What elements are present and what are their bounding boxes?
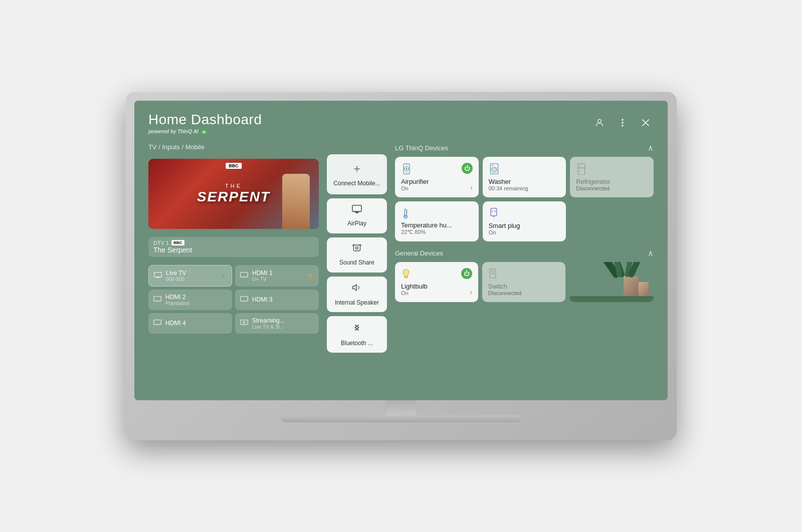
hdmi1-info: HDMI 1 U+ TV [252,270,273,282]
live-tv-info: Live TV 000-000 [166,270,186,282]
svg-rect-40 [491,271,494,274]
tv-bezel: Home Dashboard powered by ThinQ AI AI [125,92,677,441]
left-panel: TV / Inputs / Mobile BBC THE SERPENT [148,143,319,393]
device-card-temp[interactable]: Temperature hu... 22℃ 80% [395,201,479,241]
svg-rect-11 [154,320,161,325]
connect-plus-icon: + [353,162,360,176]
svg-rect-14 [352,205,361,212]
washer-status: 00:34 remaining [489,185,528,191]
svg-rect-15 [353,245,360,251]
lightbulb-arrow-icon: › [470,288,472,296]
show-title-the: THE [197,183,270,189]
refrigerator-icon [576,163,587,177]
temp-status: 22℃ 80% [401,229,452,235]
general-collapse-button[interactable]: ∧ [648,248,654,258]
soundshare-card[interactable]: Sound Share [327,237,387,273]
bluetooth-label: Bluetooth ... [341,340,373,347]
svg-point-31 [404,214,407,217]
smartplug-status: On [489,229,520,235]
connect-mobile-label: Connect Mobile... [333,180,380,187]
show-title: THE SERPENT [197,183,270,205]
airplay-label: AirPlay [347,220,366,227]
lightbulb-power-button[interactable]: ⏻ [461,268,472,279]
input-card-hdmi1[interactable]: HDMI 1 U+ TV 🔒 [235,265,319,287]
lightbulb-status: On [401,290,428,296]
thinq-collapse-button[interactable]: ∧ [648,143,654,153]
lightbulb-card-bottom: Lightbulb On › [401,283,472,296]
hdmi1-name: HDMI 1 [252,270,273,277]
washer-card-bottom: Washer 00:34 remaining [489,178,560,191]
hdmi3-info: HDMI 3 [252,296,273,303]
tv-thumbnail-inner: BBC THE SERPENT [148,159,319,229]
live-tv-icon [154,272,162,280]
svg-point-13 [243,322,245,324]
hdmi3-name: HDMI 3 [252,296,273,303]
show-title-serpent: SERPENT [197,189,270,205]
bbc-logo-top: BBC [226,163,242,169]
channel-name: DTV 1 BBC [153,240,314,246]
general-section: General Devices ∧ [395,248,654,302]
airpurifier-name: Airpurifier [401,178,429,185]
device-card-lightbulb[interactable]: ⏻ Lightbulb On › [395,262,478,302]
airpurifier-info: Airpurifier On [401,178,429,191]
airpurifier-power-button[interactable]: ⏻ [462,163,473,174]
plant-vase-small [639,282,649,296]
general-header: General Devices ∧ [395,248,654,258]
tv-section-label: TV / Inputs / Mobile [148,143,319,151]
svg-marker-17 [353,285,357,291]
svg-point-25 [493,168,495,171]
bluetooth-card[interactable]: Bluetooth ... [327,316,387,353]
lightbulb-card-top: ⏻ [401,268,472,282]
tv-stand [134,400,668,422]
thinq-label: LG ThinQ Devices [395,144,448,152]
header: Home Dashboard powered by ThinQ AI AI [148,112,654,134]
smartplug-info: Smart plug On [489,222,520,235]
airpurifier-card-top: ⏻ [401,163,473,178]
smartplug-icon [489,207,499,220]
device-card-switch[interactable]: Switch Disconnected [482,262,565,302]
hdmi2-info: HDMI 2 Playstation [165,294,190,306]
hdmi1-icon [240,272,248,280]
input-card-hdmi3[interactable]: HDMI 3 [235,290,319,310]
washer-name: Washer [489,178,528,185]
input-card-hdmi2[interactable]: HDMI 2 Playstation [148,290,232,310]
device-card-smartplug[interactable]: Smart plug On [483,201,566,241]
page-title: Home Dashboard [148,112,262,128]
input-card-streaming[interactable]: Streaming... Live TV & St... [235,313,319,334]
device-card-refrigerator[interactable]: Refrigerator Disconnected [570,157,654,197]
tv-outer: Home Dashboard powered by ThinQ AI AI [125,92,677,441]
airplay-card[interactable]: AirPlay [327,198,387,233]
input-card-live-tv[interactable]: Live TV 000-000 ✓ [148,265,232,287]
svg-rect-27 [578,163,585,174]
internal-speaker-card[interactable]: Internal Speaker [327,277,387,312]
switch-name: Switch [488,283,522,290]
account-button[interactable] [591,115,608,131]
device-card-washer[interactable]: Washer 00:34 remaining [483,157,566,197]
temp-card-bottom: Temperature hu... 22℃ 80% [401,221,473,235]
connect-mobile-card[interactable]: + Connect Mobile... [327,154,387,194]
washer-card-top [489,163,560,177]
thinq-header: LG ThinQ Devices ∧ [395,143,654,153]
switch-card-top [488,268,559,281]
airpurifier-card-bottom: Airpurifier On › [401,178,473,191]
refrigerator-card-top [576,163,648,177]
svg-point-1 [622,119,623,120]
soundshare-label: Sound Share [339,259,374,266]
svg-rect-9 [154,297,161,301]
bbc-badge: BBC [171,240,184,245]
right-panel: LG ThinQ Devices ∧ [395,143,654,393]
tv-thumbnail[interactable]: BBC THE SERPENT [148,159,319,229]
device-card-airpurifier[interactable]: ⏻ Airpurifier On › [395,157,479,197]
lightbulb-info: Lightbulb On [401,283,428,296]
close-button[interactable] [638,115,654,131]
hdmi1-sub: U+ TV [252,277,273,282]
airpurifier-icon [401,163,412,178]
input-card-hdmi4[interactable]: HDMI 4 [148,313,232,334]
hdmi2-sub: Playstation [165,301,190,306]
decoration-area [569,262,654,302]
refrigerator-card-bottom: Refrigerator Disconnected [576,178,648,191]
menu-button[interactable] [615,115,631,131]
thinq-devices-grid: ⏻ Airpurifier On › [395,157,654,241]
svg-point-3 [622,125,623,126]
internal-speaker-label: Internal Speaker [335,299,379,306]
